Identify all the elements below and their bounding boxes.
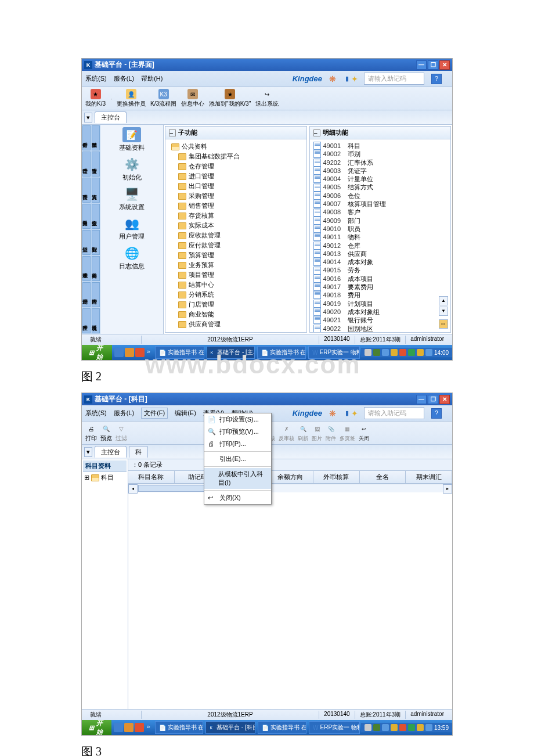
help-button[interactable]: ?: [431, 408, 442, 419]
menu-service[interactable]: 服务(L): [114, 74, 134, 83]
detail-item[interactable]: 49021银行账号: [312, 316, 449, 324]
mi-close[interactable]: ↩关闭(X): [204, 492, 271, 504]
detail-item[interactable]: 49013供应商: [312, 250, 449, 258]
vtab[interactable]: 资金管理: [92, 152, 100, 177]
close-button[interactable]: ✕: [439, 60, 450, 70]
scroll-right-button[interactable]: ▸: [443, 484, 452, 494]
detail-item[interactable]: 49019计划项目: [312, 300, 449, 308]
tree-root[interactable]: ⊞科目: [84, 473, 125, 482]
detail-item[interactable]: 49022国别地区: [312, 325, 449, 332]
tray-icon[interactable]: [417, 349, 424, 356]
column-header[interactable]: 全名: [360, 471, 406, 483]
scroll-up-button[interactable]: ▲: [439, 296, 448, 305]
folder-item[interactable]: 进口管理: [168, 171, 304, 181]
horizontal-scrollbar[interactable]: ◂ ▸: [128, 484, 452, 492]
detail-item[interactable]: 49202汇率体系: [312, 159, 449, 167]
detail-item[interactable]: 49011物料: [312, 233, 449, 241]
folder-item[interactable]: 应收款管理: [168, 231, 304, 240]
menu-edit[interactable]: 编辑(E): [175, 409, 196, 417]
close-button[interactable]: ✕: [439, 395, 450, 404]
tb-附件[interactable]: 📎附件: [326, 424, 336, 442]
detail-item[interactable]: 49018费用: [312, 291, 449, 299]
column-header[interactable]: 科目名称: [128, 471, 175, 483]
folder-item[interactable]: 仓存管理: [168, 161, 304, 171]
taskbar-item[interactable]: K基础平台 - [科目]: [205, 721, 255, 734]
detail-item[interactable]: 49015劳务: [312, 266, 449, 274]
restore-button[interactable]: ❐: [428, 60, 438, 70]
detail-item[interactable]: 49006仓位: [312, 192, 449, 200]
vtab[interactable]: 系统设置: [92, 308, 100, 333]
restore-button[interactable]: ❐: [428, 395, 438, 404]
collapse-icon[interactable]: −: [313, 129, 320, 136]
detail-item[interactable]: 49003凭证字: [312, 167, 449, 175]
vtab[interactable]: 人力资源: [92, 178, 100, 203]
tb-关闭[interactable]: ↩关闭: [359, 424, 369, 442]
folder-expand-button[interactable]: ▭: [439, 319, 448, 329]
tb-反审核[interactable]: ✗反审核: [279, 424, 294, 442]
taskbar-item[interactable]: WERP实验一 物料...: [309, 721, 360, 734]
vtab[interactable]: 企业绩效: [92, 204, 100, 229]
vtab[interactable]: 移动商务: [92, 256, 100, 281]
tb-preview[interactable]: 🔍预览: [100, 423, 112, 442]
detail-item[interactable]: 49001科目: [312, 142, 449, 150]
vtab[interactable]: 精细预算: [92, 125, 100, 150]
folder-item[interactable]: 供应商管理: [168, 319, 304, 329]
nav-log[interactable]: 🌐日志信息: [103, 246, 161, 271]
vtab[interactable]: 财务会计: [82, 125, 91, 150]
vtab[interactable]: 生产管理: [82, 308, 91, 333]
tray-icon[interactable]: [399, 724, 406, 731]
taskbar-item[interactable]: K基础平台 - [主...: [207, 346, 255, 359]
taskbar-item[interactable]: WERP实验一 物料...: [308, 346, 360, 359]
start-button[interactable]: ⊞开始: [82, 720, 111, 735]
folder-item[interactable]: 预算管理: [168, 250, 304, 260]
tray-icon[interactable]: [382, 724, 389, 731]
mi-print-setup[interactable]: 📄打印设置(S)...: [204, 413, 271, 426]
detail-item[interactable]: 49004计量单位: [312, 175, 449, 183]
detail-item[interactable]: 49020成本对象组: [312, 308, 449, 316]
column-header[interactable]: 外币核算: [313, 471, 360, 483]
minimize-button[interactable]: —: [416, 60, 427, 70]
taskbar-item[interactable]: 📄实验指导书 在 ...: [257, 346, 306, 359]
tb-filter[interactable]: ▽过滤: [116, 423, 127, 442]
scroll-down-button[interactable]: ▼: [439, 307, 448, 316]
folder-item[interactable]: 实际成本: [168, 221, 304, 231]
tray-icon[interactable]: [365, 349, 371, 356]
tb-flowchart[interactable]: K3K/3流程图: [150, 89, 176, 108]
folder-item[interactable]: 业务预算: [168, 260, 304, 270]
tb-多页签[interactable]: ▦多页签: [340, 424, 355, 442]
tray-icon[interactable]: [365, 724, 371, 731]
nav-sysconfig[interactable]: 🖥️系统设置: [103, 186, 161, 211]
detail-item[interactable]: 49012仓库: [312, 242, 449, 250]
ql-icon[interactable]: [124, 723, 134, 732]
collapse-icon[interactable]: −: [169, 129, 176, 136]
tray-icon[interactable]: [425, 349, 432, 356]
folder-item[interactable]: 应付款管理: [168, 240, 304, 250]
menu-help[interactable]: 帮助(H): [141, 74, 163, 83]
nav-usermgr[interactable]: 👥用户管理: [103, 216, 161, 241]
menu-system[interactable]: 系统(S): [85, 74, 107, 83]
detail-item[interactable]: 49016成本项目: [312, 275, 449, 283]
folder-item[interactable]: 出口管理: [168, 181, 304, 191]
ql-icon[interactable]: [125, 348, 134, 357]
detail-item[interactable]: 49005结算方式: [312, 183, 449, 191]
tray-icon[interactable]: [408, 724, 415, 731]
tab-main-console[interactable]: 主控台: [95, 446, 127, 458]
tb-exit[interactable]: ↪退出系统: [255, 89, 279, 108]
start-button[interactable]: ⊞开始: [82, 345, 112, 360]
folder-item[interactable]: 项目管理: [168, 270, 304, 280]
ql-icon[interactable]: [135, 348, 145, 357]
folder-item[interactable]: 结算中心: [168, 280, 304, 290]
tb-图片[interactable]: 🖼图片: [312, 424, 322, 442]
menu-service[interactable]: 服务(L): [114, 409, 134, 417]
tray-icon[interactable]: [408, 349, 415, 356]
column-header[interactable]: 余额方向: [267, 471, 313, 483]
tb-myk3[interactable]: ★我的K/3: [85, 89, 106, 108]
taskbar-item[interactable]: 📄实验指导书 在 ...: [155, 721, 204, 734]
tb-info-center[interactable]: ✉信息中心: [181, 89, 204, 108]
detail-item[interactable]: 49009部门: [312, 217, 449, 225]
folder-item[interactable]: 门店管理: [168, 300, 304, 309]
folder-item[interactable]: 分销系统: [168, 290, 304, 300]
taskbar-item[interactable]: 📄实验指导书 在 ...: [258, 721, 306, 734]
detail-item[interactable]: 49014成本对象: [312, 258, 449, 266]
detail-item[interactable]: 49007核算项目管理: [312, 200, 449, 208]
